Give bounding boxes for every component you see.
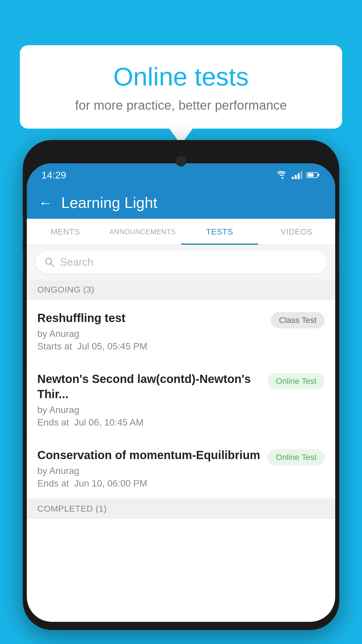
- test-badge-class: Class Test: [271, 312, 325, 328]
- test-time: Starts at Jul 05, 05:45 PM: [37, 341, 265, 352]
- app-title: Learning Light: [61, 194, 157, 211]
- test-item[interactable]: Conservation of momentum-Equilibrium by …: [27, 437, 335, 498]
- svg-point-0: [282, 177, 283, 179]
- power-button: [339, 230, 339, 268]
- search-input[interactable]: Search: [60, 256, 93, 268]
- tab-videos[interactable]: VIDEOS: [258, 219, 335, 245]
- test-info: Reshuffling test by Anurag Starts at Jul…: [37, 310, 265, 352]
- tab-ments[interactable]: MENTS: [27, 219, 104, 245]
- test-item[interactable]: Reshuffling test by Anurag Starts at Jul…: [27, 300, 335, 361]
- test-list: Reshuffling test by Anurag Starts at Jul…: [27, 300, 335, 498]
- speech-bubble-container: Online tests for more practice, better p…: [20, 45, 342, 145]
- front-camera: [176, 156, 186, 167]
- battery-icon: [307, 172, 318, 178]
- signal-icon: [292, 171, 303, 179]
- speech-bubble-subtitle: for more practice, better performance: [43, 98, 319, 113]
- test-name: Conservation of momentum-Equilibrium: [37, 447, 262, 463]
- search-icon: [44, 257, 55, 267]
- ongoing-title: ONGOING (3): [37, 285, 94, 294]
- wifi-icon: [277, 171, 288, 179]
- volume-up-button: [23, 216, 23, 239]
- app-header: ← Learning Light: [27, 187, 335, 219]
- screen-inner: 14:29: [27, 163, 335, 622]
- tab-announcements[interactable]: ANNOUNCEMENTS: [104, 219, 181, 245]
- phone-screen: 14:29: [27, 163, 335, 622]
- test-name: Reshuffling test: [37, 310, 265, 326]
- test-info: Newton's Second law(contd)-Newton's Thir…: [37, 371, 262, 428]
- test-by: by Anurag: [37, 405, 262, 415]
- completed-title: COMPLETED (1): [37, 504, 107, 513]
- phone-frame: 14:29: [23, 140, 339, 630]
- search-container: Search: [27, 245, 335, 279]
- test-by: by Anurag: [37, 466, 262, 476]
- status-bar: 14:29: [27, 163, 335, 187]
- test-info: Conservation of momentum-Equilibrium by …: [37, 447, 262, 489]
- tabs-bar: MENTS ANNOUNCEMENTS TESTS VIDEOS: [27, 219, 335, 245]
- ongoing-section-header: ONGOING (3): [27, 279, 335, 300]
- test-badge-online: Online Test: [268, 373, 325, 389]
- test-time: Ends at Jun 10, 06:00 PM: [37, 478, 262, 489]
- phone-notch: [162, 140, 200, 155]
- completed-section-header: COMPLETED (1): [27, 498, 335, 519]
- phone-container: 14:29: [23, 140, 339, 644]
- test-badge-online: Online Test: [268, 449, 325, 466]
- speech-bubble-title: Online tests: [43, 63, 319, 91]
- volume-down-button: [23, 251, 23, 274]
- svg-line-2: [51, 263, 54, 267]
- test-name: Newton's Second law(contd)-Newton's Thir…: [37, 371, 262, 402]
- status-time: 14:29: [41, 169, 66, 181]
- test-time: Ends at Jul 06, 10:45 AM: [37, 417, 262, 428]
- back-button[interactable]: ←: [38, 195, 52, 211]
- search-input-wrap[interactable]: Search: [36, 251, 326, 274]
- test-item[interactable]: Newton's Second law(contd)-Newton's Thir…: [27, 361, 335, 437]
- status-icons: [277, 171, 318, 179]
- tab-tests[interactable]: TESTS: [181, 219, 258, 245]
- test-by: by Anurag: [37, 328, 265, 339]
- speech-bubble: Online tests for more practice, better p…: [20, 45, 342, 129]
